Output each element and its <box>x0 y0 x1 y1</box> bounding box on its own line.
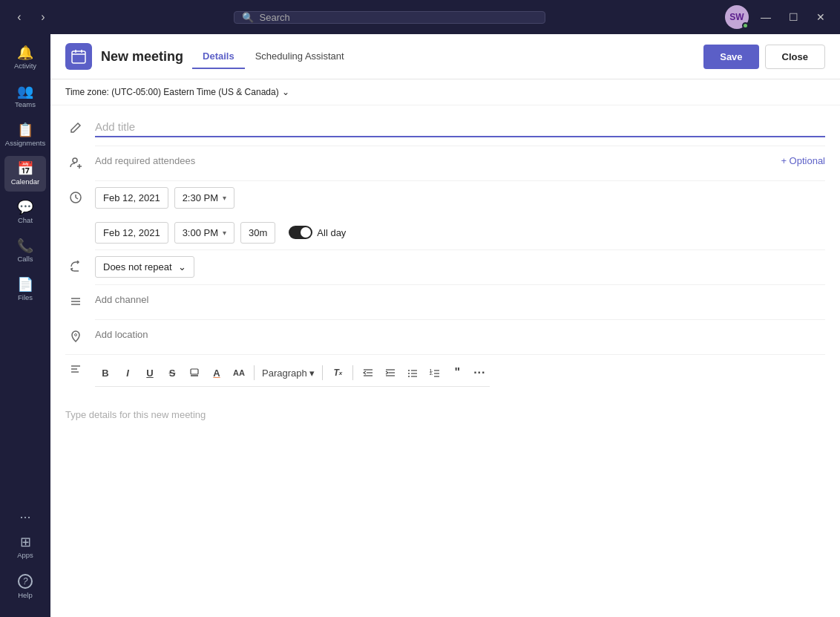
save-button[interactable]: Save <box>703 45 758 69</box>
timezone-arrow-icon: ⌄ <box>282 87 289 97</box>
italic-button[interactable]: I <box>117 362 138 383</box>
search-input[interactable] <box>260 12 537 23</box>
teams-icon: 👥 <box>17 85 33 98</box>
end-time-button[interactable]: 3:00 PM ▾ <box>174 222 234 244</box>
help-icon: ? <box>18 574 33 589</box>
tab-details[interactable]: Details <box>192 45 245 69</box>
files-icon: 📄 <box>17 278 33 291</box>
outdent-button[interactable] <box>358 362 378 383</box>
sidebar-item-calls[interactable]: 📞 Calls <box>4 233 46 269</box>
nav-back-button[interactable]: ‹ <box>9 7 30 27</box>
sidebar-item-help[interactable]: ? Help <box>4 568 46 605</box>
sidebar-item-apps[interactable]: ⊞ Apps <box>4 529 46 565</box>
more-icon: ... <box>19 507 30 520</box>
toolbar-divider-1 <box>254 365 255 380</box>
repeat-label: Does not repeat <box>103 261 172 272</box>
tab-scheduling[interactable]: Scheduling Assistant <box>245 45 355 69</box>
maximize-button[interactable]: ☐ <box>783 8 804 26</box>
close-window-button[interactable]: ✕ <box>810 8 831 26</box>
header-buttons: Save Close <box>703 45 825 69</box>
sidebar-item-label: Files <box>18 293 33 301</box>
quote-button[interactable]: " <box>447 362 467 383</box>
svg-point-26 <box>408 373 410 374</box>
meeting-header: New meeting Details Scheduling Assistant… <box>50 34 840 79</box>
sidebar-bottom: ... ⊞ Apps ? Help <box>4 501 46 611</box>
attendees-input[interactable] <box>95 152 775 169</box>
toolbar-divider-2 <box>322 365 323 380</box>
bold-button[interactable]: B <box>95 362 116 383</box>
person-add-icon <box>65 152 86 169</box>
title-bar-right: SW — ☐ ✕ <box>725 5 831 29</box>
allday-toggle[interactable]: All day <box>281 221 353 244</box>
numbered-list-button[interactable]: 1. 2. <box>424 362 445 383</box>
start-datetime-container: Feb 12, 2021 2:30 PM ▾ <box>95 187 825 209</box>
font-color-button[interactable]: A <box>206 362 227 383</box>
title-input[interactable] <box>95 117 825 137</box>
channel-field-container <box>95 291 825 308</box>
channel-row <box>50 285 840 319</box>
editor-placeholder: Type details for this new meeting <box>65 409 206 420</box>
sidebar-item-more[interactable]: ... <box>4 501 46 526</box>
title-field-container <box>95 117 825 137</box>
editor-area[interactable]: Type details for this new meeting <box>50 400 220 534</box>
sidebar-item-calendar[interactable]: 📅 Calendar <box>4 156 46 192</box>
end-datetime-container: Feb 12, 2021 3:00 PM ▾ 30m All day <box>95 221 825 244</box>
chat-icon: 💬 <box>17 200 33 214</box>
channel-icon <box>65 291 86 307</box>
repeat-dropdown[interactable]: Does not repeat ⌄ <box>95 256 194 278</box>
editor-row: B I U S A AA Paragraph ▾ <box>50 355 840 534</box>
svg-point-27 <box>408 376 410 377</box>
editor-icon-row: B I U S A AA Paragraph ▾ <box>50 355 505 391</box>
paragraph-dropdown[interactable]: Paragraph ▾ <box>259 366 318 380</box>
toolbar-divider-3 <box>352 365 353 380</box>
nav-forward-button[interactable]: › <box>33 7 53 27</box>
clear-format-button[interactable]: Tx <box>327 362 348 383</box>
timezone-bar: Time zone: (UTC-05:00) Eastern Time (US … <box>50 79 840 105</box>
location-input[interactable] <box>95 326 825 343</box>
font-size-button[interactable]: AA <box>229 362 249 383</box>
highlight-button[interactable] <box>184 362 205 383</box>
allday-toggle-switch <box>289 226 312 239</box>
editor-toolbar: B I U S A AA Paragraph ▾ <box>95 359 490 387</box>
main-content: New meeting Details Scheduling Assistant… <box>50 34 840 617</box>
editor-toolbar-icon <box>65 359 86 376</box>
bullets-button[interactable] <box>402 362 423 383</box>
calendar-icon: 📅 <box>17 162 33 175</box>
strikethrough-button[interactable]: S <box>162 362 183 383</box>
channel-input[interactable] <box>95 291 825 308</box>
timezone-dropdown[interactable]: Time zone: (UTC-05:00) Eastern Time (US … <box>65 87 289 97</box>
svg-line-9 <box>76 197 78 199</box>
duration-button[interactable]: 30m <box>240 222 275 244</box>
sidebar: 🔔 Activity 👥 Teams 📋 Assignments 📅 Calen… <box>0 34 50 617</box>
activity-icon: 🔔 <box>17 46 33 59</box>
optional-button[interactable]: + Optional <box>781 155 825 166</box>
svg-point-25 <box>408 370 410 371</box>
sidebar-item-files[interactable]: 📄 Files <box>4 272 46 307</box>
sidebar-item-label: Calendar <box>11 177 40 186</box>
timezone-label: Time zone: (UTC-05:00) Eastern Time (US … <box>65 87 279 97</box>
sidebar-item-activity[interactable]: 🔔 Activity <box>4 40 46 76</box>
start-date-button[interactable]: Feb 12, 2021 <box>95 187 168 209</box>
repeat-row: Does not repeat ⌄ <box>50 250 840 284</box>
sidebar-item-teams[interactable]: 👥 Teams <box>4 79 46 114</box>
location-row <box>50 320 840 354</box>
sidebar-item-chat[interactable]: 💬 Chat <box>4 195 46 230</box>
nav-buttons: ‹ › <box>9 7 53 27</box>
meeting-header-left: New meeting Details Scheduling Assistant <box>65 43 355 70</box>
start-time-arrow-icon: ▾ <box>223 194 226 202</box>
end-date-button[interactable]: Feb 12, 2021 <box>95 222 168 244</box>
indent-button[interactable] <box>380 362 401 383</box>
start-time-button[interactable]: 2:30 PM ▾ <box>174 187 234 209</box>
close-button[interactable]: Close <box>765 45 825 69</box>
sidebar-item-assignments[interactable]: 📋 Assignments <box>4 117 46 153</box>
meeting-tabs: Details Scheduling Assistant <box>192 45 355 69</box>
title-row <box>50 111 840 146</box>
svg-rect-0 <box>72 51 85 63</box>
start-datetime-row: Feb 12, 2021 2:30 PM ▾ <box>50 181 840 215</box>
repeat-container: Does not repeat ⌄ <box>95 256 825 278</box>
avatar: SW <box>725 5 749 29</box>
minimize-button[interactable]: — <box>755 8 777 26</box>
more-toolbar-button[interactable]: ··· <box>469 362 490 383</box>
assignments-icon: 📋 <box>17 123 33 137</box>
underline-button[interactable]: U <box>140 362 160 383</box>
